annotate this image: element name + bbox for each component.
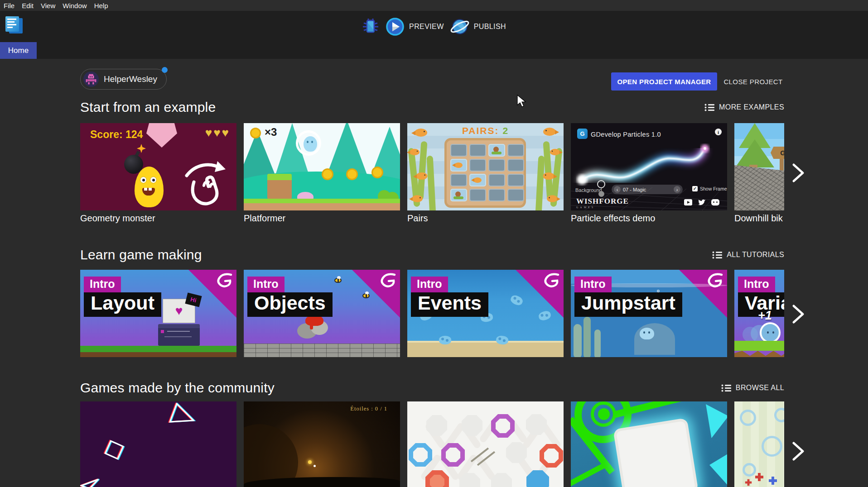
intro-tag: Intro — [411, 277, 448, 292]
community-card-neon-shapes[interactable] — [80, 401, 236, 487]
card-caption[interactable]: Downhill bik — [734, 213, 783, 224]
pairs-label: PAIRS: — [462, 125, 499, 136]
gdevelop-g-icon — [379, 272, 396, 288]
tutorial-card-layout[interactable]: Intro Layout ♥ Hi — [80, 270, 236, 357]
fish-shape — [543, 172, 554, 180]
menu-help[interactable]: Help — [94, 2, 108, 10]
bubble-ring — [774, 408, 784, 422]
heart-sprite: ♥ — [175, 304, 183, 318]
green-dot — [598, 408, 610, 420]
tutorial-card-variables[interactable]: Intro Variab +1 — [734, 270, 784, 357]
seaweed-shape — [427, 156, 436, 210]
tab-home[interactable]: Home — [0, 42, 37, 59]
card-back — [488, 174, 505, 186]
coin-shape — [371, 167, 383, 178]
browse-all-button[interactable]: BROWSE ALL — [721, 384, 784, 392]
publish-button[interactable]: PUBLISH — [450, 17, 506, 36]
card-back — [469, 144, 486, 157]
example-card-platformer[interactable]: ×3 — [244, 123, 400, 210]
selector-prev-icon: ‹ — [614, 186, 621, 193]
debug-bug-icon[interactable] — [362, 18, 379, 36]
red-plus-sprite — [747, 479, 750, 486]
community-scroll-right-button[interactable] — [790, 441, 805, 463]
menu-file[interactable]: File — [4, 2, 14, 10]
menu-edit[interactable]: Edit — [22, 2, 34, 10]
brick-strip — [244, 344, 400, 357]
example-card-pairs[interactable]: PAIRS: 2 — [407, 123, 564, 210]
card-back — [507, 144, 524, 157]
cyan-wedge — [706, 404, 727, 438]
examples-card-row: Score: 124 ♥♥♥ ×3 — [80, 123, 784, 210]
red-goo-drip — [310, 322, 313, 329]
hex-node — [462, 415, 482, 436]
community-card-night-game[interactable]: Étoiles : 0 / 1 — [244, 401, 400, 487]
card-caption[interactable]: Particle effects demo — [571, 213, 655, 224]
plus-one-text: +1 — [758, 309, 772, 323]
white-square — [613, 418, 699, 487]
all-tutorials-button[interactable]: ALL TUTORIALS — [712, 251, 784, 259]
blue-creature — [439, 336, 451, 344]
blue-ring — [409, 443, 432, 467]
tutorial-title: Objects — [247, 292, 333, 317]
grass-strip — [80, 346, 236, 352]
card-caption[interactable]: Pairs — [407, 213, 428, 224]
list-icon — [704, 104, 714, 111]
tutorials-section-title: Learn game making — [80, 247, 202, 263]
card-back — [488, 159, 505, 172]
gdevelop-g-icon — [543, 272, 560, 288]
example-card-downhill[interactable]: G — [734, 123, 784, 210]
preview-play-icon — [386, 17, 405, 36]
community-card-bubbles[interactable] — [734, 401, 784, 487]
tutorials-scroll-right-button[interactable] — [790, 304, 805, 326]
close-project-label: CLOSE PROJECT — [723, 78, 782, 86]
dialog-box — [158, 324, 200, 346]
mouse-cursor — [516, 94, 526, 110]
fish-shape — [550, 149, 560, 155]
examples-scroll-right-button[interactable] — [790, 163, 805, 185]
tutorial-card-jumpstart[interactable]: Intro Jumpstart — [571, 270, 727, 357]
publish-label: PUBLISH — [474, 23, 506, 31]
open-project-manager-button[interactable]: OPEN PROJECT MANAGER — [611, 72, 717, 91]
intro-tag: Intro — [247, 277, 285, 292]
community-card-row: Étoiles : 0 / 1 — [80, 401, 784, 487]
user-profile-chip[interactable]: HelperWesley — [80, 69, 167, 90]
heart-icon: ♥ — [205, 126, 213, 139]
card-snail — [488, 144, 505, 157]
spike-strip — [734, 351, 784, 357]
toolbar-actions: PREVIEW PUBLISH — [0, 11, 868, 43]
chevron-right-icon — [790, 441, 805, 461]
tutorial-title: Layout — [84, 292, 161, 317]
open-project-manager-label: OPEN PROJECT MANAGER — [617, 78, 711, 86]
community-card-hex-puzzle[interactable] — [407, 401, 564, 487]
preview-button[interactable]: PREVIEW — [386, 17, 444, 36]
heart-icon: ♥ — [213, 126, 222, 139]
example-card-geometry-monster[interactable]: Score: 124 ♥♥♥ — [80, 123, 236, 210]
hand-swipe-icon — [180, 158, 235, 210]
card-caption[interactable]: Geometry monster — [80, 213, 155, 224]
purple-ring — [491, 414, 515, 438]
menu-window[interactable]: Window — [63, 2, 87, 10]
example-card-particle-effects[interactable]: G GDevelop Particles 1.0 i Background ‹ … — [571, 123, 727, 210]
sign-plaque: G — [771, 147, 784, 159]
sand-strip — [407, 341, 564, 357]
dirt-strip — [244, 203, 400, 210]
purple-ring — [441, 443, 465, 467]
tutorial-title: Events — [411, 292, 488, 317]
card-back — [469, 159, 486, 172]
green-ray — [571, 462, 608, 487]
menu-view[interactable]: View — [41, 2, 55, 10]
seaweed-shape — [583, 317, 591, 357]
selector-next-icon: › — [674, 186, 680, 193]
tutorial-card-objects[interactable]: Intro Objects — [244, 270, 400, 357]
more-examples-button[interactable]: MORE EXAMPLES — [704, 103, 784, 111]
close-project-button[interactable]: CLOSE PROJECT — [723, 72, 783, 91]
player-dot — [313, 465, 316, 467]
community-card-teal-rings[interactable] — [571, 401, 727, 487]
all-tutorials-label: ALL TUTORIALS — [727, 251, 784, 259]
tutorial-card-events[interactable]: Intro Events — [407, 270, 564, 357]
card-caption[interactable]: Platformer — [244, 213, 285, 224]
tutorial-title: Jumpstart — [574, 292, 682, 317]
player-character — [296, 130, 321, 156]
score-text: Score: 124 — [90, 129, 143, 141]
card-back — [450, 144, 467, 157]
